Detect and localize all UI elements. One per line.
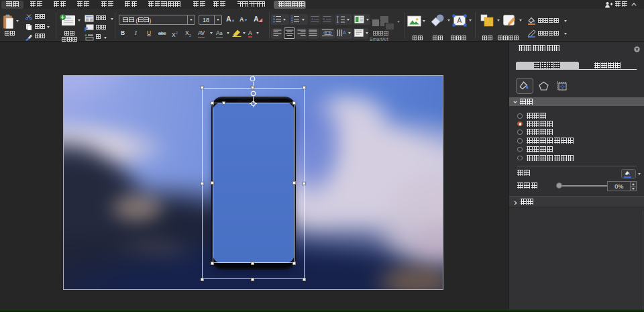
svg-text:A: A [458, 17, 462, 24]
svg-text:3: 3 [291, 20, 293, 23]
svg-text:A: A [343, 30, 346, 35]
